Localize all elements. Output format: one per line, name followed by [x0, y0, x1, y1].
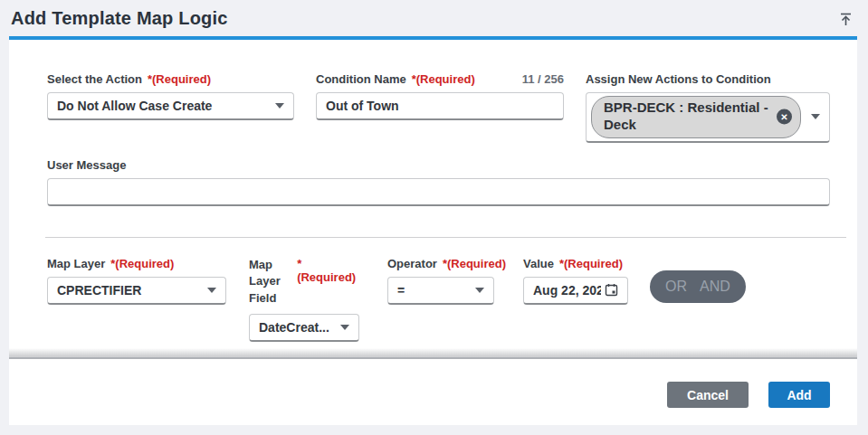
or-toggle-button[interactable]: OR [663, 279, 689, 294]
operator-label: Operator [387, 257, 437, 270]
calendar-icon [605, 283, 618, 297]
condition-name-required-marker: *(Required) [412, 72, 475, 86]
section-divider [45, 237, 846, 238]
dialog-footer: Cancel Add [9, 359, 857, 425]
map-layer-field-select[interactable]: DateCreat... [249, 314, 359, 342]
chevron-down-icon [275, 103, 284, 109]
value-date-text: Aug 22, 202 [533, 283, 601, 298]
dialog-header: Add Template Map Logic [0, 0, 868, 36]
action-label: Select the Action [47, 72, 142, 86]
and-toggle-button[interactable]: AND [698, 279, 732, 294]
logic-operator-toggle: OR AND [650, 270, 746, 303]
remove-tag-icon[interactable]: ✕ [777, 109, 792, 125]
scroll-to-top-icon [838, 12, 854, 27]
map-layer-select[interactable]: CPRECTIFIER [47, 277, 226, 305]
selected-action-tag: BPR-DECK : Residential - Deck ✕ [591, 96, 801, 138]
cancel-button[interactable]: Cancel [667, 382, 749, 408]
value-date-input[interactable]: Aug 22, 202 [523, 277, 628, 305]
user-message-label: User Message [47, 158, 126, 172]
chevron-down-icon [475, 288, 484, 293]
action-select[interactable]: Do Not Allow Case Create [47, 92, 294, 120]
operator-select[interactable]: = [387, 277, 494, 305]
operator-select-value: = [397, 283, 468, 298]
action-required-marker: *(Required) [148, 72, 211, 86]
assign-actions-label: Assign New Actions to Condition [586, 72, 771, 86]
footer-separator [9, 348, 857, 359]
value-required-marker: *(Required) [559, 257, 623, 270]
chevron-down-icon [207, 288, 216, 293]
add-button[interactable]: Add [768, 382, 830, 408]
assign-actions-multiselect[interactable]: BPR-DECK : Residential - Deck ✕ [586, 92, 830, 143]
page-title: Add Template Map Logic [11, 8, 228, 29]
condition-name-char-counter: 11 / 256 [522, 72, 564, 86]
form-content: Select the Action *(Required) Do Not All… [9, 40, 857, 348]
map-layer-select-value: CPRECTIFIER [57, 283, 200, 298]
add-template-map-logic-dialog: Select the Action *(Required) Do Not All… [9, 40, 857, 425]
map-layer-label: Map Layer [47, 257, 105, 270]
selected-action-tag-text: BPR-DECK : Residential - Deck [604, 99, 768, 132]
map-layer-field-select-value: DateCreat... [259, 320, 333, 335]
map-layer-required-marker: *(Required) [110, 257, 174, 270]
action-select-value: Do Not Allow Case Create [57, 99, 268, 113]
condition-name-input[interactable] [316, 92, 564, 120]
operator-required-marker: *(Required) [443, 257, 506, 270]
user-message-input[interactable] [47, 178, 830, 206]
map-layer-field-label: Map Layer Field [249, 257, 291, 308]
chevron-down-icon [340, 325, 349, 330]
scroll-to-top-icon[interactable] [836, 10, 855, 32]
condition-name-label: Condition Name [316, 72, 406, 86]
chevron-down-icon [811, 114, 820, 119]
value-label: Value [523, 257, 554, 270]
map-layer-field-required-marker: *(Required) [297, 257, 359, 284]
